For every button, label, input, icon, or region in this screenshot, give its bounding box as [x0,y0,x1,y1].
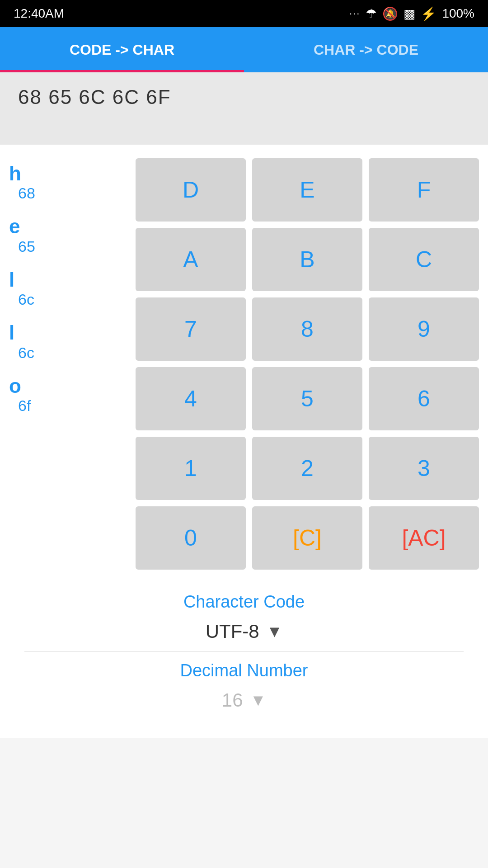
char-letter-l2: l [9,322,127,344]
key-2[interactable]: 2 [252,437,362,500]
char-code-o: 6f [18,397,127,415]
signal-dots: ··· [349,8,360,19]
decimal-value: 16 [222,689,243,711]
battery-level: 100% [442,6,474,21]
key-C[interactable]: C [369,228,479,291]
key-E[interactable]: E [252,158,362,222]
notification-icon: 🔕 [382,6,398,21]
key-5[interactable]: 5 [252,367,362,430]
character-code-label: Character Code [183,592,305,612]
decimal-number-label: Decimal Number [180,661,308,680]
key-D[interactable]: D [136,158,246,222]
main-content: h 68 e 65 l 6c l 6c o 6f D E F A B C 7 [0,145,488,583]
key-A[interactable]: A [136,228,246,291]
char-item-l2: l 6c [9,322,127,361]
input-value: 68 65 6C 6C 6F [18,86,171,108]
input-display[interactable]: 68 65 6C 6C 6F [0,72,488,145]
char-letter-o: o [9,375,127,397]
sim-icon: ▩ [404,6,415,21]
key-B[interactable]: B [252,228,362,291]
key-F[interactable]: F [369,158,479,222]
divider-1 [24,651,464,652]
char-item-h: h 68 [9,163,127,202]
char-code-l1: 6c [18,291,127,308]
tab-code-to-char[interactable]: CODE -> CHAR [0,27,244,72]
key-0[interactable]: 0 [136,506,246,570]
key-7[interactable]: 7 [136,297,246,361]
bluetooth-icon: ☂ [366,6,377,21]
char-item-l1: l 6c [9,269,127,308]
status-right-icons: ··· ☂ 🔕 ▩ ⚡ 100% [349,6,474,21]
key-4[interactable]: 4 [136,367,246,430]
key-3[interactable]: 3 [369,437,479,500]
key-1[interactable]: 1 [136,437,246,500]
keypad: D E F A B C 7 8 9 4 5 6 1 2 3 0 [C] [AC] [136,158,479,570]
char-letter-h: h [9,163,127,184]
char-code-e: 65 [18,238,127,255]
char-item-o: o 6f [9,375,127,415]
char-code-l2: 6c [18,344,127,362]
char-code-h: 68 [18,184,127,202]
status-bar: 12:40AM ··· ☂ 🔕 ▩ ⚡ 100% [0,0,488,27]
key-allclear[interactable]: [AC] [369,506,479,570]
status-time: 12:40AM [14,6,64,21]
encoding-dropdown-row[interactable]: UTF-8 ▼ [206,621,283,642]
battery-icon: ⚡ [421,6,436,21]
char-list: h 68 e 65 l 6c l 6c o 6f [9,158,127,570]
char-item-e: e 65 [9,216,127,255]
char-letter-l1: l [9,269,127,291]
bottom-section: Character Code UTF-8 ▼ Decimal Number 16… [0,583,488,738]
key-8[interactable]: 8 [252,297,362,361]
tab-bar: CODE -> CHAR CHAR -> CODE [0,27,488,72]
key-9[interactable]: 9 [369,297,479,361]
encoding-chevron-icon[interactable]: ▼ [267,622,283,641]
decimal-dropdown-row[interactable]: 16 ▼ [222,689,266,711]
char-letter-e: e [9,216,127,237]
key-clear[interactable]: [C] [252,506,362,570]
key-6[interactable]: 6 [369,367,479,430]
decimal-chevron-icon[interactable]: ▼ [250,691,267,710]
encoding-value: UTF-8 [206,621,259,642]
tab-char-to-code[interactable]: CHAR -> CODE [244,27,488,72]
